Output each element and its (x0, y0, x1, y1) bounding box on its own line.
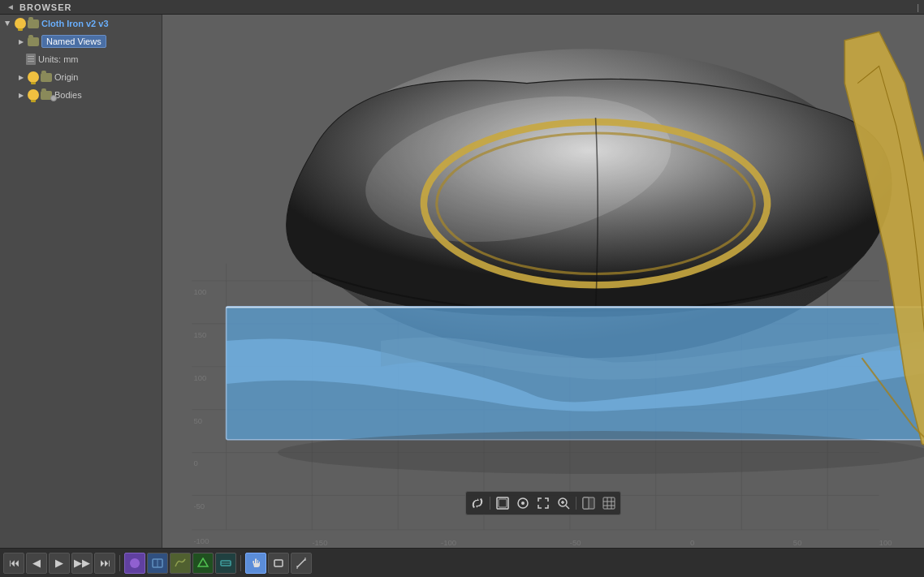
folder-icon-origin (41, 73, 52, 82)
vp-sep-2 (576, 497, 576, 510)
hand-tool-button[interactable] (245, 553, 266, 574)
browser-item-named-views[interactable]: ▶ Named Views (0, 32, 162, 50)
folder-icon-root (28, 19, 39, 28)
mesh-workspace-button[interactable] (192, 553, 214, 574)
svg-rect-46 (583, 497, 589, 509)
svg-rect-38 (499, 499, 507, 507)
viewport-toolbar (465, 491, 621, 515)
top-bar-separator: | (917, 2, 919, 12)
display-mode-button[interactable] (579, 493, 598, 513)
svg-text:50: 50 (793, 538, 802, 547)
svg-line-42 (566, 506, 569, 509)
svg-point-36 (278, 431, 924, 474)
svg-text:100: 100 (193, 287, 206, 296)
svg-text:-150: -150 (312, 538, 327, 547)
fit-button[interactable] (533, 493, 553, 513)
expand-arrow-origin: ▶ (16, 72, 26, 82)
pan-button[interactable] (493, 493, 512, 513)
named-views-label: Named Views (41, 35, 106, 48)
svg-text:100: 100 (193, 373, 206, 382)
top-bar: ◄ BROWSER | (0, 0, 924, 15)
skip-forward-button[interactable]: ⏭ (94, 553, 115, 574)
svg-text:-50: -50 (570, 538, 581, 547)
sheetmetal-workspace-button[interactable] (215, 553, 236, 574)
orbit-button[interactable] (468, 493, 487, 513)
rect-tool-button[interactable] (268, 553, 289, 574)
look-at-button[interactable] (513, 493, 533, 513)
zoom-button[interactable] (554, 493, 573, 513)
sketch-workspace-button[interactable] (147, 553, 168, 574)
bulb-icon-root (15, 18, 26, 29)
model-canvas: 100 150 100 50 0 -50 -100 -150 -100 -50 … (162, 15, 924, 548)
toolbar-sep-2 (240, 555, 241, 571)
bulb-icon-origin (28, 71, 39, 83)
bulb-icon-bodies (28, 89, 39, 101)
browser-item-bodies[interactable]: ▶ Bodies (0, 86, 162, 104)
svg-text:-100: -100 (193, 536, 209, 545)
svg-text:50: 50 (193, 416, 202, 425)
browser-root-item[interactable]: ▶ Cloth Iron v2 v3 (0, 15, 162, 32)
root-item-label: Cloth Iron v2 v3 (41, 19, 109, 28)
measure-tool-button[interactable] (291, 553, 312, 574)
folder-icon-bodies (41, 91, 52, 100)
svg-text:-100: -100 (441, 538, 456, 547)
svg-text:-50: -50 (193, 502, 205, 510)
svg-point-52 (130, 558, 140, 568)
browser-item-origin[interactable]: ▶ Origin (0, 68, 162, 86)
units-label: Units: mm (38, 54, 79, 64)
svg-marker-55 (198, 558, 208, 566)
svg-text:0: 0 (690, 538, 694, 547)
vp-sep-1 (490, 497, 490, 510)
svg-text:0: 0 (193, 459, 197, 467)
bottom-toolbar: ⏮ ◀ ▶ ▶▶ ⏭ (0, 548, 924, 577)
play-button[interactable]: ▶ (49, 553, 70, 574)
svg-rect-47 (603, 497, 615, 509)
svg-rect-57 (274, 560, 283, 566)
main-layout: ▶ Cloth Iron v2 v3 ▶ Named Views Units: … (0, 15, 924, 548)
viewport[interactable]: 100 150 100 50 0 -50 -100 -150 -100 -50 … (162, 15, 924, 548)
expand-arrow-named-views: ▶ (16, 37, 26, 46)
surface-workspace-button[interactable] (170, 553, 191, 574)
folder-icon-named-views (28, 37, 39, 46)
svg-text:150: 150 (193, 330, 206, 339)
expand-arrow-root: ▶ (3, 19, 13, 28)
browser-item-units: Units: mm (0, 50, 162, 68)
doc-icon-units (26, 54, 36, 65)
grid-button[interactable] (599, 493, 619, 513)
collapse-arrow[interactable]: ◄ (5, 2, 16, 13)
origin-label: Origin (54, 72, 78, 82)
prev-button[interactable]: ◀ (26, 553, 47, 574)
browser-title: BROWSER (19, 2, 71, 12)
model-workspace-button[interactable] (124, 553, 145, 574)
expand-arrow-bodies: ▶ (16, 90, 26, 100)
svg-text:100: 100 (879, 538, 892, 547)
toolbar-sep-1 (119, 555, 120, 571)
bodies-label: Bodies (54, 90, 82, 100)
next-button[interactable]: ▶▶ (71, 553, 93, 574)
skip-back-button[interactable]: ⏮ (3, 553, 24, 574)
svg-point-40 (521, 502, 525, 505)
top-bar-controls: | (917, 2, 919, 12)
browser-panel: ▶ Cloth Iron v2 v3 ▶ Named Views Units: … (0, 15, 162, 548)
